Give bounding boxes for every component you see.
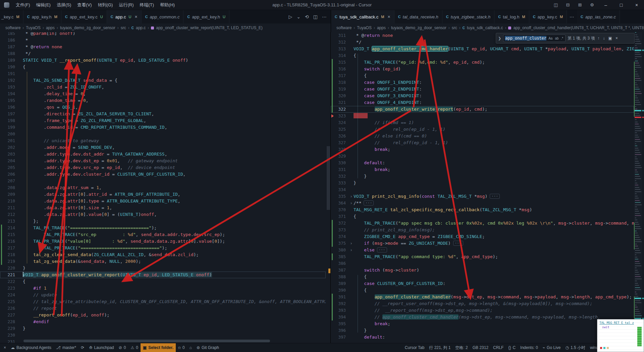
code-line[interactable]: 202 .addr.mode = SEND_MODE_DEV, — [0, 144, 326, 151]
line-number[interactable]: 200 — [3, 131, 18, 137]
code-line[interactable]: 190{ — [0, 64, 326, 70]
code-line[interactable]: 218 tal_zg_clear_send_data(ZG_CLEAR_ALL_… — [0, 251, 326, 258]
line-number[interactable]: 373 — [334, 227, 349, 233]
line-number[interactable]: 316 — [334, 66, 349, 72]
tab-app_common-c[interactable]: Capp_common.c — [142, 10, 184, 23]
code-line[interactable]: 329 — [331, 153, 634, 160]
line-number[interactable]: 187 — [3, 44, 18, 50]
status-cursor-position[interactable]: 行 221, 列 1 — [427, 343, 453, 352]
fold-chevron-icon[interactable]: › — [349, 240, 354, 247]
status-git-branch[interactable]: ⎇master* — [54, 343, 78, 352]
code-line[interactable]: 219 tal_zg_send_data(&send_data, NULL, 2… — [0, 258, 326, 265]
code-line[interactable]: 224 // update — [0, 292, 326, 298]
status-home[interactable]: ⌂ — [187, 343, 194, 352]
code-line[interactable]: 315 TAL_PR_TRACE("ep_id: %d,cmd: %d", ep… — [331, 59, 634, 66]
code-line[interactable]: 375› if (msg->mode == ZG_UNICAST_MODE)··… — [331, 240, 634, 247]
code-line[interactable]: 195 .random_time = 0, — [0, 97, 326, 104]
code-line[interactable]: 204 .addr.type.dev.dst_ep = 0x01, // gat… — [0, 158, 326, 164]
folded-code-ellipsis[interactable]: ··· — [453, 241, 463, 246]
line-number[interactable]: 391 — [334, 294, 349, 300]
code-line[interactable]: 334 — [331, 186, 634, 193]
code-line[interactable]: 326 // else if(cmd == 0) — [331, 133, 634, 139]
line-number[interactable]: 320 — [334, 93, 349, 99]
line-number[interactable]: 190 — [3, 64, 18, 70]
line-number[interactable]: 228 — [3, 318, 18, 325]
code-line[interactable]: 389 case CLUSTER_ON_OFF_CLUSTER_ID: — [331, 280, 634, 287]
code-line[interactable]: 213 }; — [0, 218, 326, 225]
fold-chevron-icon[interactable]: › — [349, 200, 354, 207]
code-line[interactable]: 212 .data.zg.attr[0].value[0] = (UINT8_T… — [0, 211, 326, 218]
line-number[interactable]: 313 — [334, 46, 349, 52]
code-line[interactable]: 189STATIC VOID_T __report_onoff(UINT8_T … — [0, 57, 326, 64]
code-line[interactable]: 205 .addr.type.dev.src_ep = ep_id, // de… — [0, 164, 326, 171]
menu-R[interactable]: 运行(R) — [116, 0, 137, 10]
line-number[interactable]: 386 — [334, 260, 349, 267]
menu-E[interactable]: 编辑(E) — [33, 0, 54, 10]
menu-S[interactable]: 选择(S) — [54, 0, 74, 10]
code-line[interactable]: 216 TAL_PR_TRACE("value[0] : %d", send_d… — [0, 238, 326, 245]
code-line[interactable]: 228 #endif — [0, 318, 326, 325]
code-line[interactable]: 207 — [0, 178, 326, 184]
run-dropdown-icon[interactable]: ⌄ — [297, 14, 301, 19]
breadcrumb-file[interactable]: app.c — [136, 25, 146, 30]
line-number[interactable]: 224 — [3, 292, 18, 298]
code-line[interactable]: 387 switch (msg->cluster) — [331, 267, 634, 274]
line-number[interactable]: 217 — [3, 245, 18, 251]
line-number[interactable]: 210 — [3, 198, 18, 204]
line-number[interactable]: 185 — [3, 32, 18, 37]
code-line[interactable]: 397 default: — [331, 334, 634, 341]
menu-V[interactable]: 查看(V) — [74, 0, 95, 10]
status-git-graph[interactable]: ⊚Git Graph — [194, 343, 221, 352]
code-line[interactable]: 199 .command_id = CMD_REPORT_ATTRIBUTES_… — [0, 124, 326, 131]
line-number[interactable]: 214 — [3, 225, 18, 231]
code-line[interactable]: 318 case ONOFF_1_ENDPOINT: — [331, 79, 634, 86]
line-number[interactable]: 389 — [334, 280, 349, 287]
folded-code-ellipsis[interactable]: ··· — [377, 247, 387, 252]
line-number[interactable]: 371 — [334, 213, 349, 220]
line-number[interactable]: 388 — [334, 274, 349, 280]
code-line[interactable]: 214 TAL_PR_TRACE("======================… — [0, 225, 326, 231]
status-warnings[interactable]: ⚠0 — [128, 343, 141, 352]
line-number[interactable]: 312 — [334, 39, 349, 46]
breadcrumb-item[interactable]: src — [121, 25, 126, 30]
line-number[interactable]: 324 — [334, 119, 349, 126]
regex-icon[interactable]: .* — [560, 37, 564, 40]
code-line[interactable]: 210 .data.zg.attr[0].type = ATTR_BOOLEAN… — [0, 198, 326, 204]
code-line[interactable]: 330 default: — [331, 160, 634, 166]
minimize-button[interactable]: – — [598, 0, 613, 10]
line-number[interactable]: 207 — [3, 178, 18, 184]
breadcrumb-item[interactable]: tuyaos_demo_zg_door_sensor — [60, 25, 115, 30]
line-number[interactable]: 229 — [3, 325, 18, 332]
status-cursor-tab[interactable]: Cursor Tab — [402, 343, 427, 352]
toggle-sidebar-icon[interactable]: ◫ — [550, 0, 561, 10]
code-line[interactable]: 394 // app_onoff_cluster_cmd_handler(msg… — [331, 314, 634, 320]
breadcrumb-file[interactable]: tuya_sdk_callback.c — [467, 25, 503, 30]
code-line[interactable]: 313VOID_T app_onoff_cluster_cmd_handler(… — [331, 46, 634, 52]
line-number[interactable]: 311 — [334, 32, 349, 39]
line-number[interactable]: 225 — [3, 298, 18, 305]
line-number[interactable]: 387 — [334, 267, 349, 274]
breadcrumb-item[interactable]: TuyaOS — [357, 25, 372, 30]
breadcrumb-item[interactable]: software — [336, 25, 352, 30]
breadcrumb-symbol[interactable]: app_onoff_cluster_write_report(UINT8_T, … — [156, 25, 262, 30]
code-line[interactable]: 201 // unicast to gateway — [0, 137, 326, 144]
line-number[interactable]: 334 — [334, 186, 349, 193]
scrollbar-thumb[interactable] — [327, 146, 330, 210]
code-line[interactable]: 198 .frame_type = ZG_ZCL_FRAME_TYPE_GLOB… — [0, 117, 326, 124]
tab-tal_log-h[interactable]: Ctal_log.hM — [494, 10, 529, 23]
menu-H[interactable]: 帮助(H) — [157, 0, 178, 10]
code-line[interactable]: 395 break; — [331, 320, 634, 327]
line-number[interactable]: 322 — [334, 106, 349, 113]
close-find-widget-icon[interactable]: × — [615, 36, 619, 41]
code-line[interactable]: 323 — [331, 113, 634, 119]
code-line[interactable]: 187 * @return none — [0, 44, 326, 50]
menu-T[interactable]: 终端(T) — [137, 0, 157, 10]
tab-tuya_zigbee_stack-h[interactable]: Ctuya_zigbee_stack.h — [442, 10, 494, 23]
status-remote-indicator[interactable]: × — [1, 343, 8, 352]
line-number[interactable]: 317 — [334, 72, 349, 79]
status-eol[interactable]: CRLF — [491, 343, 506, 352]
code-line[interactable]: 220} — [0, 265, 326, 272]
find-previous-icon[interactable]: ↑ — [597, 36, 600, 41]
line-number[interactable]: 394 — [334, 314, 349, 320]
code-line[interactable]: 226 // report — [0, 305, 326, 312]
